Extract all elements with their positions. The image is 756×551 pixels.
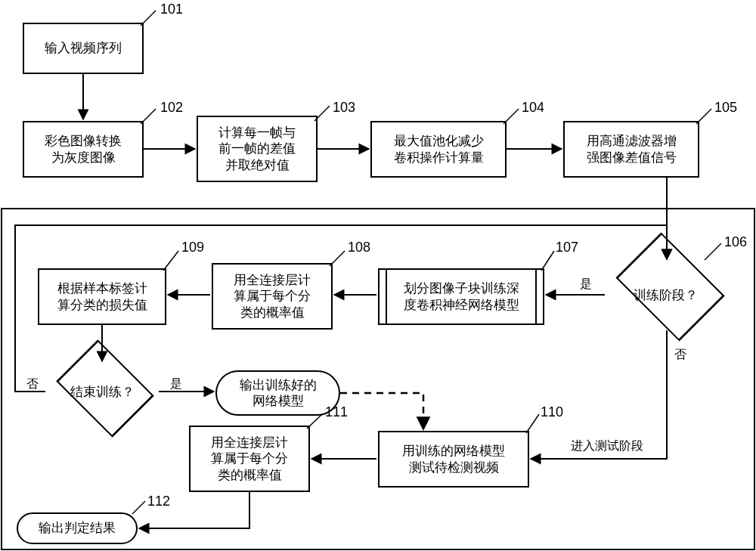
- step-110: 用训练的网络模型测试待检测视频: [378, 431, 529, 488]
- tag-102: 102: [160, 100, 183, 116]
- tag-106: 106: [724, 234, 747, 250]
- step-105-text: 用高通滤波器增强图像差值信号: [587, 133, 677, 166]
- step-103-text: 计算每一帧与前一帧的差值并取绝对值: [218, 125, 296, 173]
- tag-108: 108: [348, 240, 370, 255]
- label-yes-106: 是: [580, 277, 592, 293]
- step-107-text: 划分图像子块训练深度卷积神经网络模型: [404, 280, 519, 313]
- step-109-text: 根据样本标签计算分类的损失值: [57, 280, 147, 313]
- step-102: 彩色图像转换为灰度图像: [23, 121, 144, 178]
- tag-101: 101: [160, 2, 183, 17]
- decision-106: 训练阶段？: [601, 261, 730, 329]
- step-105: 用高通滤波器增强图像差值信号: [563, 121, 699, 178]
- step-112: 输出判定结果: [17, 512, 138, 544]
- tag-110: 110: [541, 404, 563, 420]
- step-out-model-text: 输出训练好的网络模型: [240, 377, 317, 410]
- step-111-text: 用全连接层计算属于每个分类的概率值: [211, 435, 288, 483]
- step-102-text: 彩色图像转换为灰度图像: [45, 133, 122, 166]
- tag-112: 112: [147, 494, 170, 509]
- step-out-model: 输出训练好的网络模型: [215, 370, 340, 416]
- step-103: 计算每一帧与前一帧的差值并取绝对值: [197, 116, 318, 182]
- step-108: 用全连接层计算属于每个分类的概率值: [212, 263, 333, 330]
- label-yes-end: 是: [170, 376, 182, 392]
- step-111: 用全连接层计算属于每个分类的概率值: [189, 426, 310, 492]
- step-101: 输入视频序列: [23, 23, 144, 74]
- step-104: 最大值池化减少卷积操作计算量: [370, 121, 507, 178]
- flowchart-canvas: 输入视频序列 101 彩色图像转换为灰度图像 102 计算每一帧与前一帧的差值并…: [0, 0, 756, 551]
- step-107: 划分图像子块训练深度卷积神经网络模型: [378, 268, 544, 325]
- step-101-text: 输入视频序列: [45, 40, 122, 56]
- label-enter-test: 进入测试阶段: [571, 438, 643, 454]
- label-no-106: 否: [674, 347, 686, 363]
- step-108-text: 用全连接层计算属于每个分类的概率值: [234, 272, 311, 320]
- step-109: 根据样本标签计算分类的损失值: [38, 268, 166, 325]
- label-no-end: 否: [26, 376, 39, 392]
- step-104-text: 最大值池化减少卷积操作计算量: [394, 133, 484, 166]
- tag-111: 111: [325, 404, 348, 420]
- decision-end-train: 结束训练？: [42, 361, 163, 422]
- step-110-text: 用训练的网络模型测试待检测视频: [402, 443, 505, 475]
- tag-105: 105: [714, 100, 737, 116]
- tag-109: 109: [181, 240, 204, 255]
- tag-104: 104: [522, 100, 544, 116]
- step-112-text: 输出判定结果: [39, 520, 116, 536]
- tag-103: 103: [333, 100, 355, 116]
- tag-107: 107: [556, 240, 578, 255]
